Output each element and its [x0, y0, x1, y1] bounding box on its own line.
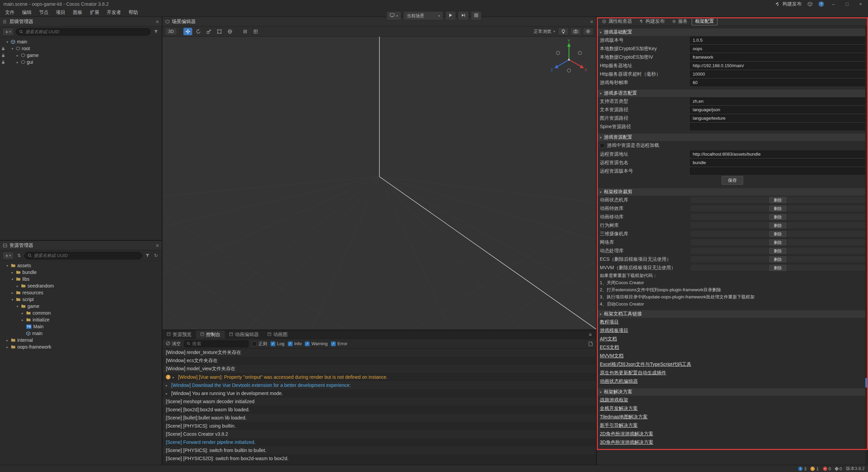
play-button[interactable] — [446, 11, 456, 20]
panel-menu-icon[interactable]: ≡ — [156, 19, 159, 24]
add-asset-button[interactable]: +▾ — [3, 252, 14, 259]
hierarchy-node-root[interactable]: ▾root — [0, 45, 162, 52]
add-node-button[interactable]: +▾ — [3, 28, 14, 36]
asset-node-libs[interactable]: ▾libs — [0, 276, 162, 282]
assets-search-input[interactable]: 搜索名称或 UUID — [24, 252, 142, 259]
console-log-row[interactable]: [Scene] [PHYSICS]: using builtin. — [162, 422, 596, 430]
resource-input-0[interactable]: http://localhost:8083/assets/bundle — [690, 151, 866, 158]
scrollbar-thumb[interactable] — [865, 378, 868, 388]
section-doc-links[interactable]: ▾ 框架文档工具链接 — [597, 310, 868, 318]
filter-icon[interactable] — [144, 254, 151, 257]
basic-input-4[interactable]: 10000 — [690, 71, 866, 78]
expand-arrow-icon[interactable]: ▸ — [11, 271, 14, 274]
basic-input-3[interactable]: http://192.168.0.150/main/ — [690, 62, 866, 69]
section-solutions[interactable]: ▾ 框架解决方案 — [597, 388, 868, 396]
i18n-input-0[interactable]: zh,en — [690, 98, 866, 105]
menu-文件[interactable]: 文件 — [1, 8, 18, 17]
expand-arrow-icon[interactable]: ▾ — [16, 304, 19, 308]
expand-arrow-icon[interactable]: ▾ — [5, 40, 9, 44]
console-log-row[interactable]: [Scene] [PHYSICS2D]: switch from box2d-w… — [162, 454, 596, 463]
menu-项目[interactable]: 项目 — [52, 8, 69, 17]
resource-input-1[interactable]: bundle — [690, 159, 866, 166]
transform-space-button[interactable] — [225, 28, 234, 35]
console-log-row[interactable]: [Window] render_texture文件夹存在 — [162, 349, 596, 357]
i18n-input-2[interactable]: language/texture — [690, 115, 866, 122]
basic-input-0[interactable]: 1.0.5 — [690, 37, 866, 44]
frame-grid-button[interactable] — [471, 11, 482, 20]
filter-icon[interactable] — [153, 30, 159, 34]
light-toggle-button[interactable] — [558, 28, 569, 35]
asset-node-bundle[interactable]: ▸bundle — [0, 269, 162, 276]
basic-input-5[interactable]: 60 — [690, 79, 866, 86]
rect-tool-button[interactable] — [215, 28, 224, 35]
console-log-row[interactable]: [Scene] [box2d]:box2d wasm lib loaded. — [162, 406, 596, 414]
panel-menu-icon[interactable]: ≡ — [585, 330, 596, 339]
expand-arrow-icon[interactable]: ▸ — [16, 284, 19, 288]
task-count[interactable]: 0 — [835, 466, 842, 471]
expand-arrow-icon[interactable]: ▸ — [21, 311, 24, 315]
console-tab-资源预览[interactable]: 资源预览 — [162, 330, 196, 339]
doc-link[interactable]: Excel格式转Json文件与TypeScript代码工具 — [597, 360, 868, 369]
expand-arrow-icon[interactable]: ▾ — [11, 277, 14, 281]
delete-module-button[interactable]: 删除 — [769, 231, 786, 237]
console-log-row[interactable]: [Window] model_view文件夹存在 — [162, 365, 596, 373]
basic-input-1[interactable]: oops — [690, 45, 866, 52]
scale-tool-button[interactable] — [204, 28, 213, 35]
save-button[interactable]: 保存 — [722, 176, 743, 185]
pivot-toggle-button[interactable] — [241, 28, 250, 35]
lock-icon[interactable] — [2, 60, 5, 65]
doc-link[interactable]: 动画状态机编辑器 — [597, 377, 868, 386]
info-count[interactable]: i 3 — [798, 466, 806, 471]
regex-checkbox[interactable]: 正则 — [252, 341, 267, 347]
menu-编辑[interactable]: 编辑 — [18, 8, 35, 17]
delete-module-button[interactable]: 删除 — [769, 197, 786, 203]
inspector-tab-构建发布[interactable]: 构建发布 — [636, 17, 668, 25]
resource-input-2[interactable] — [690, 168, 866, 175]
console-log-row[interactable]: [Scene] meshopt wasm decoder initialized — [162, 397, 596, 406]
menu-面板[interactable]: 面板 — [69, 8, 86, 17]
solution-link[interactable]: 2D角色扮演游戏解决方案 — [597, 430, 868, 438]
move-tool-button[interactable] — [183, 28, 192, 35]
asset-node-internal[interactable]: ▸internal — [0, 337, 162, 343]
expand-arrow-icon[interactable]: ▸ — [16, 54, 19, 57]
filter-info-checkbox[interactable]: ✓Info — [288, 341, 302, 346]
asset-node-game[interactable]: ▾game — [0, 303, 162, 310]
hierarchy-node-gui[interactable]: ▸gui — [0, 59, 162, 65]
orientation-gizmo[interactable]: Y X Z — [549, 39, 589, 79]
delete-module-button[interactable]: 删除 — [769, 239, 786, 245]
error-count[interactable]: × 0 — [823, 466, 831, 471]
hierarchy-node-main[interactable]: ▾main — [0, 38, 162, 45]
doc-link[interactable]: 游戏模板项目 — [597, 326, 868, 335]
package-icon[interactable] — [807, 1, 813, 7]
solution-link[interactable]: Tiledmap地图解决方案 — [597, 413, 868, 421]
inspector-tab-框架配置[interactable]: 框架配置 — [692, 17, 717, 25]
asset-node-Main[interactable]: TSMain — [0, 323, 162, 330]
panel-menu-icon[interactable]: ≡ — [156, 243, 159, 248]
console-log-row[interactable]: [Scene] [bullet]:bullet wasm lib loaded. — [162, 414, 596, 422]
filter-error-checkbox[interactable]: ✓Error — [331, 341, 347, 346]
lock-icon[interactable] — [2, 46, 5, 52]
rotate-tool-button[interactable] — [194, 28, 203, 35]
hierarchy-node-game[interactable]: ▸game — [0, 52, 162, 59]
doc-link[interactable]: ECS文档 — [597, 343, 868, 352]
console-log-row[interactable]: [Scene] [PHYSICS]: switch from builtin t… — [162, 446, 596, 454]
expand-arrow-icon[interactable]: ▸ — [5, 345, 9, 349]
section-module-trim[interactable]: ▾ 框架模块裁剪 — [597, 188, 868, 196]
console-log-row[interactable]: [Scene] Cocos Creator v3.8.2 — [162, 430, 596, 438]
solution-link[interactable]: 3D角色扮演游戏解决方案 — [597, 438, 868, 447]
lock-icon[interactable] — [2, 53, 5, 58]
expand-arrow-icon[interactable]: ▸ — [5, 338, 9, 342]
snap-toggle-button[interactable] — [251, 28, 260, 35]
asset-node-common[interactable]: ▸common — [0, 310, 162, 316]
refresh-icon[interactable]: ↻ — [153, 253, 159, 258]
filter-warning-checkbox[interactable]: ✓Warning — [305, 341, 328, 346]
asset-node-seedrandom[interactable]: ▸seedrandom — [0, 282, 162, 289]
mode-3d-toggle[interactable]: 3D — [165, 28, 177, 35]
expand-arrow-icon[interactable]: ▸ — [173, 375, 176, 379]
maximize-button[interactable]: □ — [843, 1, 851, 7]
panel-menu-icon[interactable]: ≡ — [590, 19, 593, 24]
expand-arrow-icon[interactable]: ▸ — [11, 291, 14, 295]
expand-arrow-icon[interactable]: ▾ — [11, 47, 14, 51]
solution-link[interactable]: 战旗游戏框架 — [597, 396, 868, 404]
console-log-row[interactable]: ▸[Window] Download the Vue Devtools exte… — [162, 381, 596, 389]
